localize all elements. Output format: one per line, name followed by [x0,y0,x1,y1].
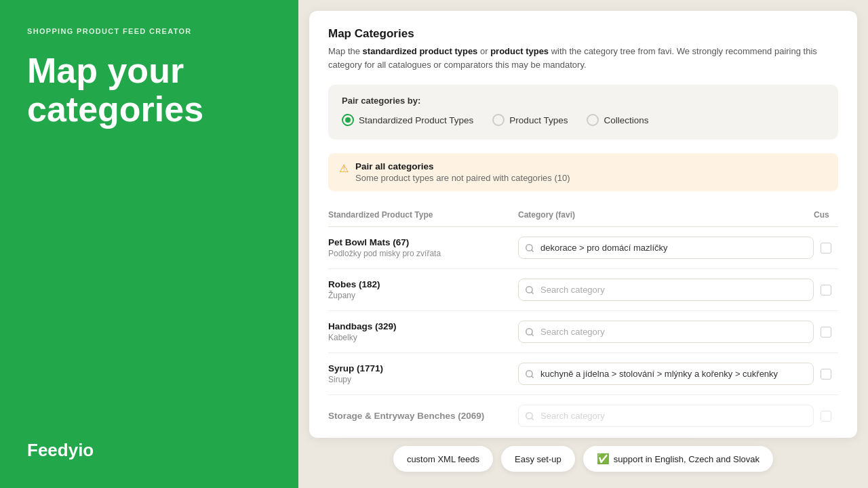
table-row: Storage & Entryway Benches (2069) [328,395,838,437]
product-name: Syrup (1771) [328,363,518,373]
category-search-input-robes[interactable] [518,279,814,301]
badge-support-label: support in English, Czech and Slovak [614,454,760,464]
table-row: Syrup (1771) Sirupy [328,353,838,395]
desc-bold1: standardized product types [363,46,478,56]
radio-label-collections: Collections [604,115,648,125]
desc-middle: or [477,46,490,56]
radio-circle-product-types [492,114,505,126]
sidebar: Shopping Product Feed Creator Map your c… [0,0,298,488]
col-header-type: Standardized Product Type [328,210,518,220]
product-sub: Podložky pod misky pro zvířata [328,249,518,258]
pair-section: Pair categories by: Standardized Product… [328,85,838,140]
table-row: Robes (182) Župany [328,269,838,311]
radio-option-product-types[interactable]: Product Types [492,114,568,126]
radio-circle-collections [587,114,599,126]
badge-support: ✅ support in English, Czech and Slovak [583,446,773,472]
radio-circle-standardized [342,114,354,126]
category-search-wrap-syrup [518,363,814,385]
col-header-category: Category (favi) [518,210,814,220]
pair-label: Pair categories by: [342,96,825,106]
svg-line-1 [532,249,534,251]
category-search-input-syrup[interactable] [518,363,814,385]
radio-group: Standardized Product Types Product Types… [342,114,825,126]
desc-prefix: Map the [328,46,363,56]
svg-line-5 [532,333,534,336]
row-checkbox-syrup[interactable] [821,369,831,380]
product-name: Storage & Entryway Benches (2069) [328,411,518,421]
sidebar-heading: Map your categories [27,52,271,129]
radio-label-standardized: Standardized Product Types [359,115,473,125]
row-checkbox-handbags[interactable] [821,327,831,338]
check-icon: ✅ [597,453,610,465]
search-icon [525,285,534,295]
search-icon [525,411,534,421]
col-header-cus: Cus [814,210,838,220]
search-icon [525,243,534,253]
product-name: Robes (182) [328,279,518,289]
product-sub: Župany [328,291,518,300]
category-search-wrap-robes [518,279,814,301]
row-checkbox-pet-bowl[interactable] [821,243,831,253]
svg-line-3 [532,291,534,293]
desc-bold2: product types [490,46,549,56]
map-categories-card: Map Categories Map the standardized prod… [309,11,857,438]
radio-option-collections[interactable]: Collections [587,114,648,126]
row-checkbox-storage[interactable] [821,411,831,422]
table-row: Handbags (329) Kabelky [328,311,838,353]
svg-line-7 [532,375,534,378]
badge-setup-label: Easy set-up [515,454,561,464]
table-row: Pet Bowl Mats (67) Podložky pod misky pr… [328,227,838,269]
sidebar-logo: Feedyio [27,440,271,461]
row-checkbox-robes[interactable] [821,285,831,296]
category-search-wrap-storage [518,405,814,427]
warning-icon: ⚠ [339,162,349,175]
warning-box: ⚠ Pair all categories Some product types… [328,153,838,191]
product-name: Pet Bowl Mats (67) [328,237,518,247]
product-sub: Sirupy [328,375,518,384]
category-search-wrap-pet-bowl [518,237,814,259]
category-search-input-storage[interactable] [518,405,814,427]
warning-subtitle: Some product types are not paired with c… [355,173,570,183]
badge-xml: custom XML feeds [393,446,493,472]
radio-label-product-types: Product Types [509,115,568,125]
badge-setup: Easy set-up [501,446,575,472]
table-header: Standardized Product Type Category (favi… [328,205,838,227]
warning-title: Pair all categories [355,161,570,171]
card-description: Map the standardized product types or pr… [328,45,838,71]
radio-option-standardized[interactable]: Standardized Product Types [342,114,473,126]
search-icon [525,327,534,337]
badges-row: custom XML feeds Easy set-up ✅ support i… [298,446,868,472]
product-name: Handbags (329) [328,321,518,331]
category-search-wrap-handbags [518,321,814,343]
category-search-input-handbags[interactable] [518,321,814,343]
svg-line-9 [532,418,534,420]
main-content: Map Categories Map the standardized prod… [298,0,868,488]
category-search-input-pet-bowl[interactable] [518,237,814,259]
card-title: Map Categories [328,27,838,41]
product-sub: Kabelky [328,333,518,342]
search-icon [525,369,534,379]
sidebar-top-label: Shopping Product Feed Creator [27,27,271,35]
badge-xml-label: custom XML feeds [407,454,479,464]
